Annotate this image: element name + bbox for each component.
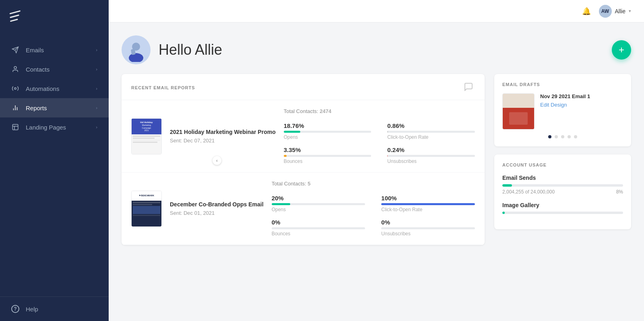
contacts-chevron: › [96, 67, 97, 72]
avatar: AW [599, 5, 612, 18]
welcome-section: Hello Allie + [122, 35, 631, 64]
email-sends-pct: 8% [616, 189, 623, 195]
content-area: Hello Allie + RECENT EMAIL REPORTS [109, 23, 644, 321]
email-drafts-card: EMAIL DRAFTS Nov 29 2021 Email 1 [494, 74, 631, 146]
reports-icon [11, 104, 19, 112]
logo [0, 0, 109, 32]
draft-dot-5[interactable] [574, 135, 577, 138]
right-column: EMAIL DRAFTS Nov 29 2021 Email 1 [494, 74, 631, 229]
draft-carousel-dots [502, 135, 623, 138]
sidebar-item-reports[interactable]: Reports › [0, 98, 109, 117]
draft-dot-3[interactable] [561, 135, 564, 138]
reports-chevron: › [96, 105, 97, 110]
image-gallery-bar [502, 212, 505, 214]
stat-bounces-2: 0% Bounces [272, 219, 365, 237]
email-sends-numbers: 2,004,255 of 24,000,000 [502, 189, 555, 195]
svg-point-2 [14, 66, 17, 69]
sidebar-item-landing-pages[interactable]: Landing Pages › [0, 117, 109, 137]
email-sends-sub: 2,004,255 of 24,000,000 8% [502, 189, 623, 195]
contacts-icon [11, 65, 19, 73]
landing-pages-chevron: › [96, 125, 97, 130]
main-content: 🔔 AW Allie ▾ Hello Allie + [109, 0, 644, 321]
welcome-left: Hello Allie [122, 35, 222, 64]
chat-icon[interactable] [464, 82, 475, 93]
email-info-1: 2021 Holiday Marketing Webinar Promo Sen… [170, 129, 276, 144]
sidebar: Emails › Contacts › [0, 0, 109, 321]
draft-info-1: Nov 29 2021 Email 1 Edit Design [540, 93, 590, 108]
help-icon: ? [11, 305, 19, 313]
email-icon [11, 46, 19, 54]
report-row-2[interactable]: ⚑ BENCHMARK December Co-Branded Opps Ema [122, 173, 485, 245]
total-contacts-label-2: Total Contacts: [272, 181, 306, 187]
automations-chevron: › [96, 86, 97, 91]
stat-unsubs-2: 0% Unsubscribes [381, 219, 475, 237]
email-info-2: December Co-Branded Opps Email Sent: Dec… [170, 201, 264, 216]
stat-ctor-2: 100% Click-to-Open Rate [381, 195, 475, 212]
stat-bounces-1: 3.35% Bounces [284, 146, 372, 164]
email-thumbnail-1: Hd Holiday Marketing Campaign 2021 [131, 118, 162, 154]
email-sends-label: Email Sends [502, 175, 623, 181]
report-row-1[interactable]: Hd Holiday Marketing Campaign 2021 [122, 100, 485, 173]
logo-line-3 [10, 19, 18, 22]
total-contacts-value-2: 5 [308, 181, 310, 187]
reports-card-header: RECENT EMAIL REPORTS [122, 74, 485, 100]
draft-dot-1[interactable] [548, 135, 551, 138]
header: 🔔 AW Allie ▾ [109, 0, 644, 23]
stat-unsubs-1: 0.24% Unsubscribes [387, 146, 475, 164]
avatar-illustration [124, 38, 148, 62]
email-sends-bar [502, 184, 512, 187]
user-menu[interactable]: AW Allie ▾ [599, 5, 631, 18]
landing-pages-icon [11, 123, 19, 131]
total-contacts-value-1: 2474 [320, 108, 331, 114]
image-gallery-usage: Image Gallery [502, 202, 623, 214]
recent-email-reports-card: RECENT EMAIL REPORTS Hd Holiday [122, 74, 485, 245]
svg-point-3 [14, 88, 17, 90]
sidebar-item-emails[interactable]: Emails › [0, 40, 109, 60]
cards-row: RECENT EMAIL REPORTS Hd Holiday [122, 74, 631, 245]
reports-section-title: RECENT EMAIL REPORTS [131, 85, 195, 90]
logo-line-2 [10, 14, 19, 18]
svg-rect-7 [12, 124, 18, 130]
draft-thumbnail-1 [502, 93, 535, 130]
email-sends-usage: Email Sends 2,004,255 of 24,000,000 8% [502, 175, 623, 195]
draft-item-1[interactable]: Nov 29 2021 Email 1 Edit Design [502, 93, 623, 130]
user-name: Allie [615, 8, 625, 14]
email-name-2: December Co-Branded Opps Email [170, 201, 264, 208]
fab-add-button[interactable]: + [612, 40, 631, 60]
email-stats-2: Total Contacts: 5 20% Opens 100% Click-t… [272, 181, 475, 237]
email-name-1: 2021 Holiday Marketing Webinar Promo [170, 129, 276, 135]
sidebar-item-contacts[interactable]: Contacts › [0, 60, 109, 79]
email-sent-1: Sent: Dec 07, 2021 [170, 138, 276, 144]
stat-ctor-1: 0.86% Click-to-Open Rate [387, 122, 475, 140]
image-gallery-label: Image Gallery [502, 202, 623, 208]
email-thumbnail-2: ⚑ BENCHMARK [131, 191, 162, 227]
automations-icon [11, 84, 19, 93]
image-gallery-bar-container [502, 212, 623, 214]
sidebar-nav: Emails › Contacts › [0, 32, 109, 296]
email-sends-bar-container [502, 184, 623, 187]
total-contacts-label-1: Total Contacts: [284, 108, 318, 114]
draft-dot-2[interactable] [555, 135, 558, 138]
user-chevron-icon: ▾ [629, 8, 631, 14]
draft-dot-4[interactable] [568, 135, 571, 138]
help-item[interactable]: ? Help [11, 305, 97, 313]
account-usage-card: ACCOUNT USAGE Email Sends 2,004,255 of 2… [494, 154, 631, 229]
email-sent-2: Sent: Dec 01, 2021 [170, 210, 264, 216]
drafts-section-title: EMAIL DRAFTS [502, 82, 623, 87]
emails-chevron: › [96, 47, 97, 52]
sidebar-bottom: ? Help [0, 296, 109, 321]
welcome-title: Hello Allie [159, 41, 222, 58]
sidebar-item-automations[interactable]: Automations › [0, 79, 109, 98]
draft-name-1: Nov 29 2021 Email 1 [540, 93, 590, 99]
account-usage-title: ACCOUNT USAGE [502, 163, 623, 167]
logo-line-1 [9, 10, 21, 14]
sidebar-collapse-button[interactable]: ‹ [213, 156, 221, 165]
draft-edit-design[interactable]: Edit Design [540, 102, 590, 108]
notification-bell[interactable]: 🔔 [582, 7, 591, 16]
welcome-avatar [122, 35, 151, 64]
email-stats-1: Total Contacts: 2474 18.76% Opens 0.86% … [284, 108, 475, 164]
stat-opens-2: 20% Opens [272, 195, 365, 212]
stat-opens-1: 18.76% Opens [284, 122, 372, 140]
